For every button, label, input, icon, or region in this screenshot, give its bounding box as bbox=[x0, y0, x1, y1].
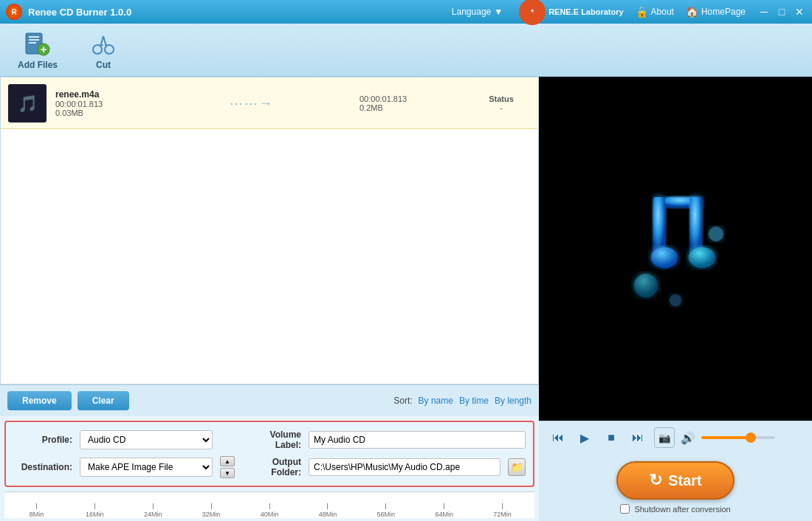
volume-slider[interactable] bbox=[701, 436, 775, 439]
volume-input[interactable] bbox=[309, 431, 526, 449]
file-arrow: ⋯⋯→ bbox=[153, 95, 351, 111]
logo-letter: R bbox=[11, 8, 16, 16]
shutdown-label: Shutdown after conversion bbox=[634, 505, 730, 514]
timeline-mark-16: 16Min bbox=[66, 503, 124, 518]
about-link[interactable]: 🔒 About bbox=[636, 6, 674, 18]
add-files-label: Add Files bbox=[18, 60, 58, 70]
tick bbox=[153, 503, 154, 509]
svg-rect-2 bbox=[29, 39, 39, 41]
svg-point-20 bbox=[670, 294, 681, 306]
stop-button[interactable]: ■ bbox=[601, 427, 622, 448]
output-folder-input[interactable] bbox=[309, 458, 500, 476]
left-panel: 🎵 renee.m4a 00:00:01.813 0.03MB ⋯⋯→ 00:0… bbox=[0, 77, 539, 521]
cut-button[interactable]: Cut bbox=[81, 27, 125, 73]
close-button[interactable]: ✕ bbox=[793, 5, 806, 18]
destination-row: Destination: Make APE Image File ▲ ▼ Out… bbox=[13, 456, 526, 478]
app-logo: R bbox=[6, 4, 22, 20]
file-duration-in: 00:00:01.813 bbox=[55, 100, 144, 108]
start-area: ↻ Start Shutdown after conversion bbox=[539, 454, 812, 521]
screenshot-button[interactable]: 📷 bbox=[654, 427, 675, 448]
cut-label: Cut bbox=[96, 60, 111, 70]
bottom-controls: Remove Clear Sort: By name By time By le… bbox=[0, 384, 539, 416]
sort-by-name[interactable]: By name bbox=[419, 396, 453, 406]
timeline-label-72: 72Min bbox=[493, 511, 512, 518]
language-label: Language bbox=[452, 7, 491, 17]
up-down-buttons: ▲ ▼ bbox=[220, 456, 235, 478]
file-duration-out: 00:00:01.813 bbox=[359, 94, 463, 103]
up-button[interactable]: ▲ bbox=[220, 456, 235, 466]
tick bbox=[211, 503, 212, 509]
file-name: renee.m4a bbox=[55, 89, 144, 100]
tick bbox=[94, 503, 95, 509]
clear-button[interactable]: Clear bbox=[78, 391, 129, 410]
svg-rect-1 bbox=[29, 36, 39, 38]
timeline-mark-8: 8Min bbox=[7, 503, 66, 518]
play-button[interactable]: ▶ bbox=[574, 427, 595, 448]
minimize-button[interactable]: ─ bbox=[757, 5, 771, 18]
titlebar: R Renee CD Burner 1.0.0 Language ▼ + REN… bbox=[0, 0, 812, 24]
down-button[interactable]: ▼ bbox=[220, 468, 235, 478]
sort-by-length[interactable]: By length bbox=[495, 396, 531, 406]
svg-text:🎵: 🎵 bbox=[18, 94, 38, 114]
sort-area: Sort: By name By time By length bbox=[393, 396, 531, 406]
timeline-mark-64: 64Min bbox=[415, 503, 473, 518]
language-button[interactable]: Language ▼ bbox=[447, 5, 507, 18]
file-size-out: 0.2MB bbox=[359, 103, 463, 112]
toolbar: + Add Files Cut bbox=[0, 24, 812, 77]
start-button[interactable]: ↻ Start bbox=[616, 461, 734, 500]
svg-rect-15 bbox=[690, 197, 702, 256]
start-label: Start bbox=[668, 472, 702, 489]
output-folder-label: Output Folder: bbox=[242, 457, 301, 477]
skip-back-button[interactable]: ⏮ bbox=[548, 427, 568, 448]
svg-point-16 bbox=[651, 247, 678, 268]
lock-icon: 🔒 bbox=[636, 6, 648, 18]
right-panel: ⏮ ▶ ■ ⏭ 📷 🔊 ↻ Start Shutdown after conve… bbox=[539, 77, 812, 521]
refresh-icon: ↻ bbox=[649, 471, 662, 490]
tick bbox=[269, 503, 270, 509]
svg-point-17 bbox=[689, 247, 715, 268]
settings-panel: Profile: Audio CD Volume Label: Destinat… bbox=[4, 421, 534, 487]
svg-point-18 bbox=[634, 274, 658, 297]
file-output: 00:00:01.813 0.2MB bbox=[359, 94, 463, 112]
timeline-mark-32: 32Min bbox=[182, 503, 241, 518]
tick bbox=[444, 503, 444, 509]
arrow-dots-icon: ⋯⋯→ bbox=[230, 95, 274, 111]
volume-label: Volume Label: bbox=[242, 429, 301, 450]
browse-folder-button[interactable]: 📁 bbox=[508, 458, 526, 476]
timeline-label-32: 32Min bbox=[202, 511, 221, 518]
tick bbox=[385, 503, 386, 509]
file-info: renee.m4a 00:00:01.813 0.03MB bbox=[55, 89, 144, 117]
shutdown-checkbox[interactable] bbox=[620, 504, 630, 514]
svg-rect-3 bbox=[29, 42, 36, 44]
shutdown-row: Shutdown after conversion bbox=[620, 504, 730, 514]
restore-button[interactable]: □ bbox=[775, 5, 788, 18]
remove-button[interactable]: Remove bbox=[7, 391, 72, 410]
titlebar-left: R Renee CD Burner 1.0.0 bbox=[6, 4, 131, 20]
status-value: - bbox=[472, 103, 531, 112]
skip-forward-button[interactable]: ⏭ bbox=[627, 427, 648, 448]
add-files-button[interactable]: + Add Files bbox=[12, 27, 63, 73]
header-right: Language ▼ + RENE.E Laboratory 🔒 About 🏠… bbox=[447, 0, 806, 25]
folder-icon: 📁 bbox=[511, 461, 523, 473]
destination-label: Destination: bbox=[13, 462, 72, 472]
preview-area bbox=[539, 77, 812, 421]
sort-label: Sort: bbox=[393, 396, 412, 406]
profile-label: Profile: bbox=[13, 435, 72, 445]
timeline-marks: 8Min 16Min 24Min 32Min 40Min bbox=[4, 492, 534, 518]
main-area: 🎵 renee.m4a 00:00:01.813 0.03MB ⋯⋯→ 00:0… bbox=[0, 77, 812, 521]
music-visualization bbox=[602, 175, 749, 322]
file-thumbnail: 🎵 bbox=[8, 84, 47, 123]
homepage-link[interactable]: 🏠 HomePage bbox=[686, 6, 746, 18]
rene-icon-text: + bbox=[530, 8, 534, 15]
camera-icon: 📷 bbox=[658, 432, 671, 444]
profile-select[interactable]: Audio CD bbox=[80, 430, 213, 449]
window-controls: ─ □ ✕ bbox=[757, 5, 806, 18]
sort-by-time[interactable]: By time bbox=[459, 396, 489, 406]
timeline-label-24: 24Min bbox=[144, 511, 162, 518]
destination-select[interactable]: Make APE Image File bbox=[80, 458, 213, 477]
svg-rect-13 bbox=[653, 197, 665, 256]
timeline-label-40: 40Min bbox=[261, 511, 279, 518]
timeline-mark-48: 48Min bbox=[298, 503, 357, 518]
svg-point-19 bbox=[709, 227, 723, 241]
tick bbox=[502, 503, 503, 509]
